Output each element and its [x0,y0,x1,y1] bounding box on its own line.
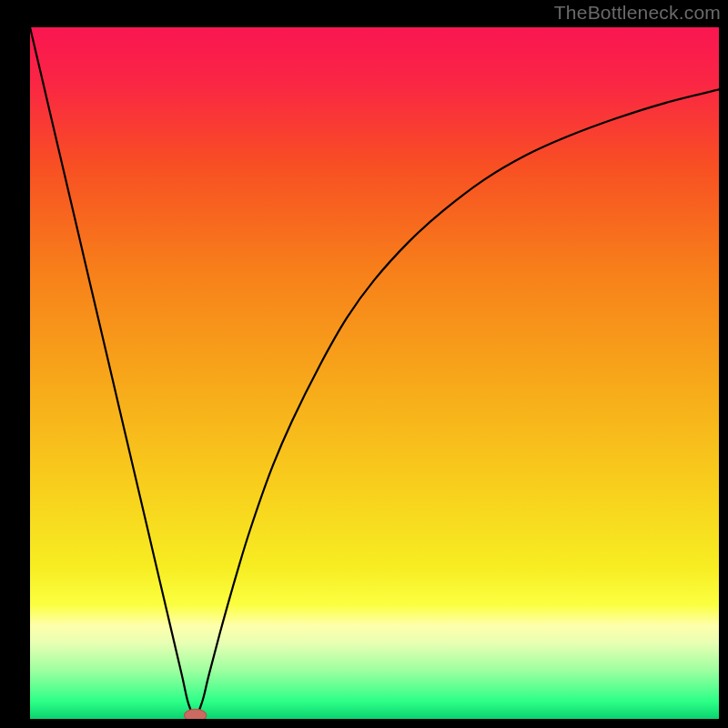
chart-frame: TheBottleneck.com [0,0,728,728]
optimum-marker [185,709,207,719]
plot-area [30,27,719,719]
chart-svg [30,27,719,719]
watermark-text: TheBottleneck.com [554,2,721,24]
gradient-background [30,27,719,719]
